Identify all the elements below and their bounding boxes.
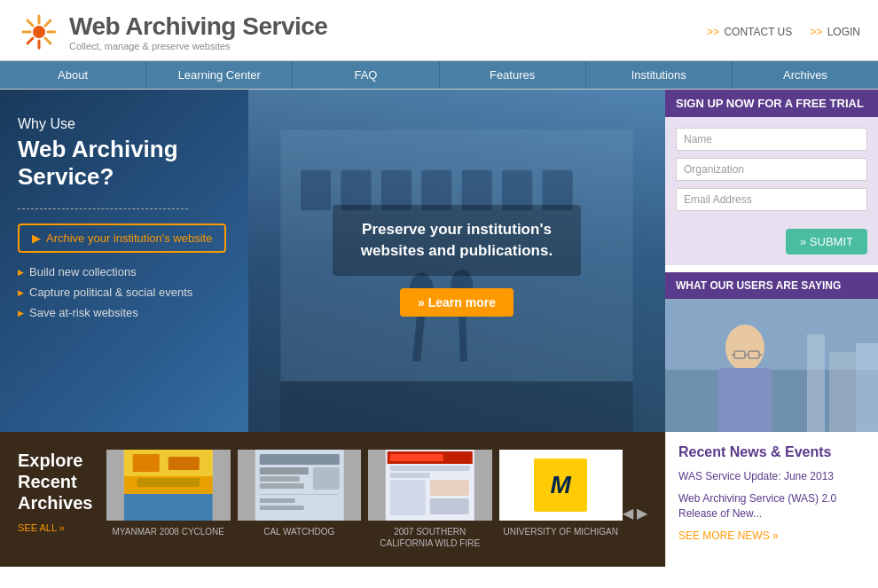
myanmar-svg	[106, 450, 231, 521]
archive-thumb-michigan[interactable]: M	[499, 450, 623, 521]
main-nav: About Learning Center FAQ Features Insti…	[0, 60, 878, 90]
users-header: WHAT OUR USERS ARE SAYING	[665, 272, 878, 299]
svg-rect-54	[390, 473, 430, 478]
svg-rect-55	[390, 480, 426, 515]
svg-rect-38	[133, 454, 160, 472]
see-all-link[interactable]: SEE ALL »	[18, 522, 94, 533]
svg-line-4	[45, 38, 51, 43]
archive-card-michigan: M UNIVERSITY OF MICHIGAN	[499, 450, 623, 537]
svg-rect-52	[390, 454, 443, 461]
hero-message: Preserve your institution's websites and…	[333, 205, 581, 317]
svg-line-8	[27, 20, 33, 26]
logo-icon	[18, 11, 60, 53]
learn-more-button[interactable]: » Learn more	[400, 288, 513, 317]
michigan-logo: M	[534, 459, 587, 512]
svg-rect-45	[259, 483, 303, 489]
archive-label-michigan: UNIVERSITY OF MICHIGAN	[499, 526, 623, 537]
login-link[interactable]: >> LOGIN	[810, 26, 860, 38]
news-section: Recent News & Events WAS Service Update:…	[665, 432, 878, 567]
nav-faq[interactable]: FAQ	[293, 61, 439, 89]
archive-label-watchdog: CAL WATCHDOG	[238, 526, 362, 537]
news-title: Recent News & Events	[678, 444, 866, 460]
news-link[interactable]: WAS Service Update: June 2013	[678, 470, 834, 482]
next-arrow[interactable]: ▶	[637, 505, 647, 521]
archive-card-wildfire: 2007 SOUTHERN CALIFORNIA WILD FIRE	[368, 450, 492, 549]
see-more-news-link[interactable]: SEE MORE NEWS »	[678, 529, 866, 542]
signup-form: » SUBMIT	[665, 117, 878, 265]
svg-rect-31	[807, 334, 825, 432]
arrow-icon: >>	[810, 26, 822, 38]
contact-link[interactable]: >> CONTACT US	[707, 26, 792, 38]
logo-area: Web Archiving Service Collect, manage & …	[18, 11, 327, 53]
nav-arrows: ◀ ▶	[623, 450, 647, 549]
nav-learning-center[interactable]: Learning Center	[146, 61, 293, 89]
svg-rect-46	[312, 467, 339, 490]
video-bg-svg	[665, 299, 878, 432]
svg-rect-39	[169, 457, 200, 470]
signup-header: SIGN UP NOW FOR A FREE TRIAL	[665, 90, 878, 117]
hero-why: Why Use	[18, 116, 231, 132]
main-content: Why Use Web Archiving Service? ▶ Archive…	[0, 90, 878, 432]
submit-button[interactable]: » SUBMIT	[786, 229, 867, 255]
wildfire-svg	[368, 450, 492, 521]
svg-rect-48	[259, 498, 294, 503]
archive-thumb-myanmar[interactable]	[106, 450, 231, 521]
site-header: Web Archiving Service Collect, manage & …	[0, 0, 878, 60]
archive-thumb-wildfire[interactable]	[368, 450, 492, 521]
svg-rect-57	[430, 498, 469, 514]
svg-point-0	[33, 26, 45, 38]
svg-rect-37	[124, 494, 213, 521]
svg-rect-32	[829, 352, 856, 432]
hero-right: Preserve your institution's websites and…	[248, 90, 665, 432]
archive-button[interactable]: ▶ Archive your institution's website	[18, 223, 226, 253]
site-title: Web Archiving Service	[69, 12, 327, 41]
archive-label-wildfire: 2007 SOUTHERN CALIFORNIA WILD FIRE	[368, 526, 492, 549]
svg-point-24	[725, 325, 764, 371]
video-thumbnail[interactable]	[665, 299, 878, 432]
news-link[interactable]: Web Archiving Service (WAS) 2.0 Release …	[678, 492, 836, 520]
site-subtitle: Collect, manage & preserve websites	[69, 41, 327, 51]
watchdog-svg	[238, 450, 362, 521]
svg-rect-43	[259, 467, 308, 474]
name-input[interactable]	[676, 128, 867, 151]
archive-card-myanmar: MYANMAR 2008 CYCLONE	[106, 450, 231, 537]
svg-rect-56	[430, 480, 469, 496]
nav-about[interactable]: About	[0, 61, 146, 89]
archive-label-myanmar: MYANMAR 2008 CYCLONE	[106, 526, 231, 537]
news-item: Web Archiving Service (WAS) 2.0 Release …	[678, 491, 866, 521]
nav-features[interactable]: Features	[440, 61, 586, 89]
hero-list: Build new collections Capture political …	[18, 265, 231, 319]
archive-card-watchdog: CAL WATCHDOG	[238, 450, 362, 537]
archives-left: Explore Recent Archives SEE ALL »	[18, 450, 106, 549]
nav-archives[interactable]: Archives	[733, 61, 878, 89]
svg-line-2	[45, 20, 51, 26]
hero-section: Why Use Web Archiving Service? ▶ Archive…	[0, 90, 665, 432]
email-input[interactable]	[676, 188, 867, 211]
svg-rect-25	[718, 368, 772, 432]
archive-thumb-watchdog[interactable]	[238, 450, 362, 521]
svg-rect-47	[259, 494, 337, 495]
nav-institutions[interactable]: Institutions	[586, 61, 733, 89]
svg-line-6	[27, 38, 33, 43]
header-links: >> CONTACT US >> LOGIN	[707, 26, 860, 38]
signup-box: SIGN UP NOW FOR A FREE TRIAL » SUBMIT	[665, 90, 878, 265]
org-input[interactable]	[676, 158, 867, 181]
hero-title: Web Archiving Service?	[18, 136, 231, 191]
users-testimonial-box: WHAT OUR USERS ARE SAYING	[665, 272, 878, 432]
archives-heading: Explore Recent Archives	[18, 450, 94, 514]
hero-left: Why Use Web Archiving Service? ▶ Archive…	[0, 90, 248, 432]
svg-rect-33	[856, 343, 878, 432]
hero-divider	[18, 208, 188, 209]
svg-rect-49	[259, 506, 303, 510]
svg-rect-17	[280, 381, 632, 432]
prev-arrow[interactable]: ◀	[623, 505, 633, 521]
sidebar: SIGN UP NOW FOR A FREE TRIAL » SUBMIT WH…	[665, 90, 878, 432]
list-item: Capture political & social events	[18, 286, 231, 299]
svg-rect-44	[259, 476, 299, 482]
news-list: WAS Service Update: June 2013 Web Archiv…	[678, 469, 866, 521]
archives-section: Explore Recent Archives SEE ALL »	[0, 432, 665, 567]
svg-rect-53	[390, 466, 470, 471]
svg-rect-40	[137, 478, 200, 487]
hero-caption: Preserve your institution's websites and…	[333, 205, 581, 276]
svg-line-19	[417, 309, 422, 361]
